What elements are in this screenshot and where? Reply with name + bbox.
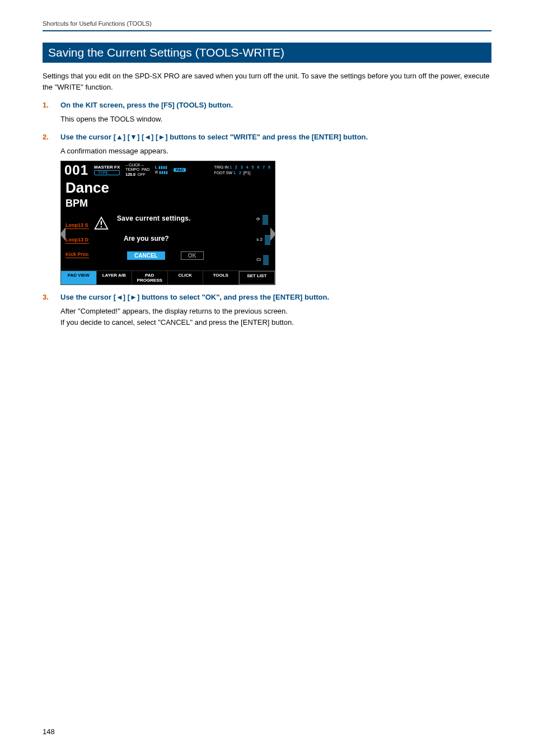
f5-tools: TOOLS [203, 271, 239, 284]
f1-padview: PAD VIEW [61, 271, 97, 284]
f6-setlist: SET LIST [239, 271, 275, 284]
page-number: 148 [43, 727, 55, 736]
dialog-message-1: Save current settings. [117, 214, 191, 222]
dialog-message-2: Are you sure? [124, 235, 169, 242]
svg-rect-2 [101, 221, 102, 225]
meter-bar [265, 235, 270, 245]
meter-bar [263, 214, 268, 225]
type-button: TYPE [94, 170, 120, 175]
step-number: 2. [43, 133, 50, 284]
tempo-value: 120.0 [125, 172, 135, 176]
cancel-button: CANCEL [127, 251, 165, 260]
ok-button: OK [181, 251, 204, 260]
f4-click: CLICK [168, 271, 204, 284]
step-body: After "Completed!" appears, the display … [60, 306, 329, 328]
track-label: Loop13 D [65, 237, 89, 244]
click-label: – CLICK – [125, 163, 149, 167]
nav-left-icon [60, 227, 65, 241]
kit-name: Dance [61, 179, 275, 198]
meter-label: s 2 [256, 237, 263, 242]
footsw-label: FOOT SW [214, 171, 233, 175]
l-meter-label: L [155, 165, 157, 169]
footsw-nums-active: 1 2 [233, 171, 242, 175]
step-number: 1. [43, 101, 50, 125]
left-track-labels: Loop13 S Loop13 D Kick Proc [65, 222, 89, 258]
nav-right-icon [270, 227, 276, 241]
warning-icon [93, 216, 109, 230]
step-2: 2. Use the cursor [▲] [▼] [◄] [►] button… [43, 133, 491, 284]
meter-icon: ⟳ [256, 217, 260, 222]
trigin-label: TRIG IN [214, 165, 229, 169]
step-heading: Use the cursor [◄] [►] buttons to select… [60, 293, 329, 301]
intro-text: Settings that you edit on the SPD-SX PRO… [43, 71, 491, 93]
step-1: 1. On the KIT screen, press the [F5] (TO… [43, 101, 491, 125]
step-body: A confirmation message appears. [60, 146, 368, 157]
kit-number: 001 [64, 162, 88, 178]
pad-state: OFF [138, 172, 146, 176]
pad-badge: PAD [174, 168, 186, 172]
step-number: 3. [43, 293, 50, 328]
pad-label: PAD [142, 167, 149, 171]
breadcrumb: Shortcuts for Useful Functions (TOOLS) [43, 20, 491, 31]
step-heading: On the KIT screen, press the [F5] (TOOLS… [60, 101, 233, 109]
masterfx-label: MASTER FX [94, 165, 120, 170]
screen-top-bar: 001 MASTER FX TYPE – CLICK – TEMPO PAD 1… [61, 161, 275, 179]
footsw-page: [P1] [243, 171, 250, 175]
device-screenshot: 001 MASTER FX TYPE – CLICK – TEMPO PAD 1… [60, 161, 275, 285]
track-label: Kick Proc [65, 251, 89, 258]
f2-layerab: LAYER A/B [97, 271, 133, 284]
f3-padprogress: PAD PROGRESS [132, 271, 168, 284]
screen-mid: BPM Loop13 S Loop13 D Kick Proc ⟳ s 2 Cl… [61, 198, 275, 270]
r-meter-label: R [155, 170, 158, 174]
track-label: Loop13 S [65, 222, 89, 229]
meter-bar [263, 255, 269, 265]
step-3: 3. Use the cursor [◄] [►] buttons to sel… [43, 293, 491, 328]
function-keys: PAD VIEW LAYER A/B PAD PROGRESS CLICK TO… [61, 270, 275, 284]
meter-label: Cl [256, 257, 261, 262]
bpm-label: BPM [65, 198, 88, 209]
section-title: Saving the Current Settings (TOOLS-WRITE… [43, 43, 491, 63]
trigin-nums: 1 2 3 4 5 6 7 8 [229, 165, 271, 169]
tempo-label: TEMPO [125, 167, 139, 171]
step-heading: Use the cursor [▲] [▼] [◄] [►] buttons t… [60, 133, 368, 141]
right-meters: ⟳ s 2 Cl [256, 214, 270, 265]
svg-rect-3 [101, 226, 102, 227]
step-body: This opens the TOOLS window. [60, 114, 233, 125]
